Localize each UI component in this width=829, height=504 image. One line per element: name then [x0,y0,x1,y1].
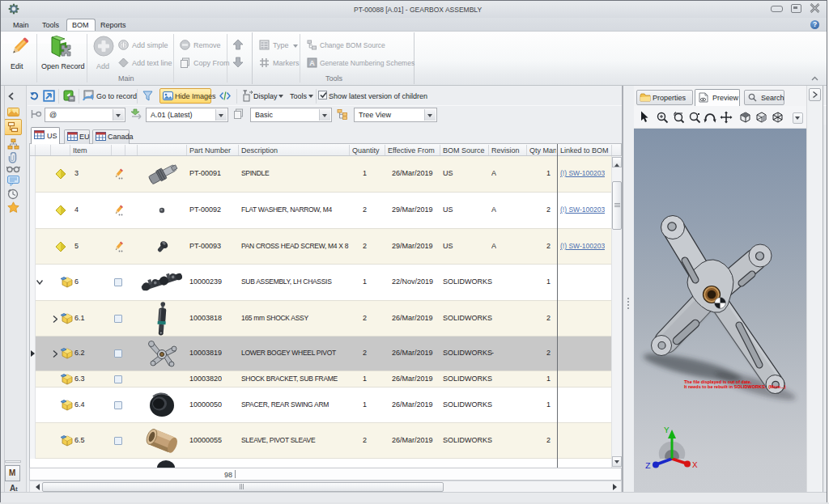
svg-text:X: X [692,460,698,470]
svg-text:Z: Z [645,461,651,471]
svg-text:Y: Y [664,426,670,435]
svg-text:A: A [309,59,315,67]
